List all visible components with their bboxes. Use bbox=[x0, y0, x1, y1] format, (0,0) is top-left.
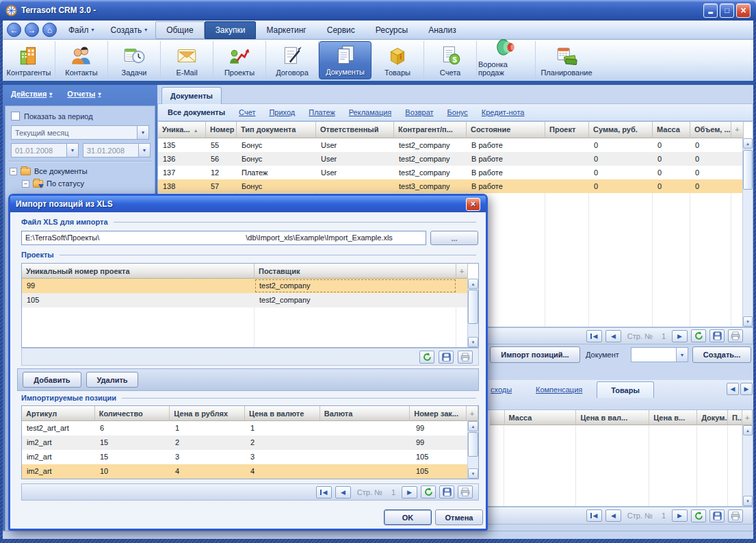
customize-columns-button[interactable]: + bbox=[742, 410, 753, 425]
date-from-field[interactable]: 01.01.2008 ▼ bbox=[11, 143, 79, 157]
chevron-down-icon[interactable]: ▼ bbox=[137, 126, 148, 139]
toolbar-invoices[interactable]: $ Счета bbox=[424, 41, 477, 79]
table-row[interactable]: 13555БонусUsertest2_companyВ работе000 bbox=[158, 138, 753, 152]
scroll-up-icon[interactable]: ▲ bbox=[468, 421, 478, 431]
scroll-up-icon[interactable]: ▲ bbox=[743, 138, 753, 149]
print-button[interactable] bbox=[458, 485, 473, 498]
print-button[interactable] bbox=[728, 329, 743, 342]
column-header-contractor[interactable]: Контрагент/п... bbox=[394, 122, 467, 138]
table-row[interactable]: 105 test2_company bbox=[22, 293, 478, 307]
tab-goods[interactable]: Товары bbox=[597, 381, 654, 398]
filter-credit-note[interactable]: Кредит-нота bbox=[482, 108, 525, 116]
column-header-project[interactable]: Проект bbox=[545, 122, 589, 138]
save-button[interactable] bbox=[439, 485, 454, 498]
prev-page-button[interactable]: ◀ bbox=[605, 509, 621, 522]
tab-compensation[interactable]: Компенсация bbox=[536, 386, 582, 394]
tab-documents[interactable]: Документы bbox=[161, 87, 222, 104]
period-select[interactable]: Текущий месяц ▼ bbox=[11, 125, 149, 140]
filter-invoice[interactable]: Счет bbox=[239, 108, 255, 116]
first-page-button[interactable]: ◀ bbox=[586, 509, 602, 522]
column-header-supplier[interactable]: Поставщик bbox=[255, 264, 456, 279]
scroll-up-icon[interactable]: ▲ bbox=[743, 425, 753, 435]
customize-columns-button[interactable]: + bbox=[456, 264, 468, 279]
toolbar-contractors[interactable]: Контрагенты bbox=[3, 41, 55, 79]
scroll-down-icon[interactable]: ▼ bbox=[468, 468, 478, 479]
toolbar-tasks[interactable]: Задачи bbox=[108, 41, 161, 79]
document-select[interactable]: ▼ bbox=[631, 347, 688, 362]
table-row[interactable]: im2_art152299 bbox=[22, 435, 478, 450]
column-header-doc-type[interactable]: Тип документа bbox=[237, 122, 316, 138]
tabs-scroll-right[interactable]: ▶ bbox=[740, 383, 753, 395]
table-row-selected[interactable]: 99 test2_company bbox=[22, 279, 478, 293]
minimize-button[interactable]: ▂ bbox=[703, 3, 718, 18]
prev-page-button[interactable]: ◀ bbox=[605, 330, 621, 342]
filter-all-documents[interactable]: Все документы bbox=[168, 108, 225, 116]
save-button[interactable] bbox=[709, 509, 725, 522]
tree-item-by-status[interactable]: − По статусу bbox=[5, 177, 155, 190]
tab-expenses[interactable]: сходы bbox=[491, 386, 512, 394]
refresh-button[interactable] bbox=[691, 509, 706, 522]
customize-columns-button[interactable]: + bbox=[731, 122, 744, 138]
home-button[interactable]: ⌂ bbox=[42, 23, 57, 37]
vertical-scrollbar[interactable]: ▲ ▼ bbox=[742, 138, 753, 327]
chevron-down-icon[interactable]: ▼ bbox=[138, 144, 150, 157]
reports-menu[interactable]: Отчеты▾ bbox=[67, 90, 101, 98]
period-checkbox[interactable] bbox=[11, 112, 20, 121]
toolbar-sales-funnel[interactable]: Воронка продаж bbox=[477, 41, 536, 79]
next-page-button[interactable]: ▶ bbox=[402, 486, 417, 498]
column-header-price-rub[interactable]: Цена в рублях bbox=[170, 406, 245, 421]
forward-button[interactable]: → bbox=[25, 23, 39, 37]
table-row[interactable]: test2_art_art61199 bbox=[22, 421, 478, 435]
column-header-order-number[interactable]: Номер зак... bbox=[410, 406, 467, 421]
column-header-unique[interactable]: Уника...▲ bbox=[158, 122, 206, 138]
refresh-button[interactable] bbox=[691, 329, 706, 342]
scroll-down-icon[interactable]: ▼ bbox=[743, 316, 753, 327]
dialog-close-button[interactable]: × bbox=[466, 198, 480, 211]
refresh-button[interactable] bbox=[421, 485, 436, 498]
browse-button[interactable]: ... bbox=[430, 231, 478, 245]
menu-tab-general[interactable]: Общие bbox=[155, 21, 204, 39]
toolbar-contracts[interactable]: Договора bbox=[266, 41, 319, 79]
toolbar-planning[interactable]: Планирование bbox=[536, 41, 597, 79]
column-header-price[interactable]: Цена в... bbox=[649, 410, 697, 425]
scroll-thumb[interactable] bbox=[468, 432, 478, 457]
menu-file[interactable]: Файл▾ bbox=[68, 25, 94, 35]
close-button[interactable]: × bbox=[736, 3, 751, 18]
tree-item-all-documents[interactable]: − Все документы bbox=[5, 165, 155, 177]
column-header-quantity[interactable]: Количество bbox=[95, 406, 170, 421]
filter-claim[interactable]: Рекламация bbox=[349, 108, 392, 116]
menu-tab-service[interactable]: Сервис bbox=[317, 22, 365, 38]
scroll-thumb[interactable] bbox=[468, 290, 478, 324]
customize-columns-button[interactable]: + bbox=[467, 406, 478, 421]
column-header-currency-price[interactable]: Цена в вал... bbox=[576, 410, 649, 425]
add-button[interactable]: Добавить bbox=[23, 372, 81, 388]
scroll-thumb[interactable] bbox=[743, 150, 753, 190]
xls-file-path-input[interactable]: E:\TerraSoft\Проекты\ \db\Import_xls\Exa… bbox=[21, 231, 426, 245]
menu-create[interactable]: Создать▾ bbox=[111, 25, 148, 35]
vertical-scrollbar[interactable]: ▲ ▼ bbox=[742, 425, 753, 506]
menu-tab-marketing[interactable]: Маркетинг bbox=[256, 22, 316, 38]
table-row-selected[interactable]: 13857Бонусtest3_companyВ работе000 bbox=[158, 179, 753, 193]
scroll-up-icon[interactable]: ▲ bbox=[468, 279, 478, 289]
toolbar-projects[interactable]: Проекты bbox=[213, 41, 266, 79]
filter-return[interactable]: Возврат bbox=[405, 108, 433, 116]
create-button[interactable]: Создать... bbox=[692, 346, 751, 363]
column-header-p[interactable]: П... bbox=[728, 410, 743, 425]
scroll-down-icon[interactable]: ▼ bbox=[743, 496, 753, 506]
vertical-scrollbar[interactable]: ▲ ▼ bbox=[467, 421, 478, 479]
filter-receipt[interactable]: Приход bbox=[269, 108, 295, 116]
save-button[interactable] bbox=[439, 351, 454, 364]
filter-payment[interactable]: Платеж bbox=[309, 108, 335, 116]
column-header-number[interactable]: Номер bbox=[206, 122, 237, 138]
print-button[interactable] bbox=[458, 351, 473, 364]
menu-tab-resources[interactable]: Ресурсы bbox=[365, 22, 418, 38]
toolbar-email[interactable]: E-Mail bbox=[161, 41, 213, 79]
table-row-selected[interactable]: im2_art1044105 bbox=[22, 464, 478, 479]
cancel-button[interactable]: Отмена bbox=[435, 509, 483, 525]
column-header-mass[interactable]: Масса bbox=[505, 410, 577, 425]
toolbar-contacts[interactable]: Контакты bbox=[55, 41, 108, 79]
tabs-scroll-left[interactable]: ◀ bbox=[727, 383, 739, 395]
filter-bonus[interactable]: Бонус bbox=[447, 108, 468, 116]
collapse-icon[interactable]: − bbox=[10, 168, 17, 175]
column-header-project-number[interactable]: Уникальный номер проекта bbox=[22, 264, 255, 279]
